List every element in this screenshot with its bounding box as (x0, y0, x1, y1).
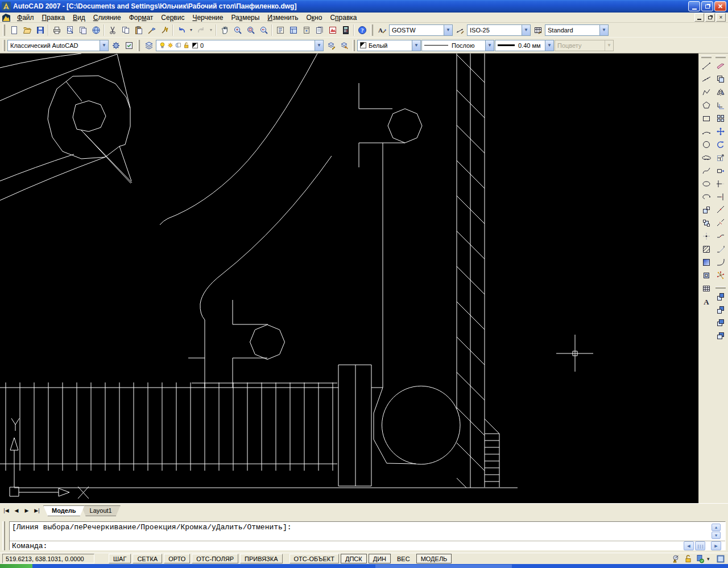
region-button[interactable] (700, 269, 713, 282)
line-button[interactable] (700, 59, 713, 72)
chevron-down-icon[interactable]: ▼ (315, 40, 323, 51)
associated-standards-icon[interactable] (695, 554, 705, 564)
explode-button[interactable] (714, 269, 727, 282)
command-text-area[interactable]: [Линия выбора/пеРечеркивание/Проекция/Кр… (9, 521, 726, 550)
offset-button[interactable] (714, 98, 727, 112)
next-tab-button[interactable]: ▶ (22, 505, 32, 516)
menu-9[interactable]: Изменить (263, 13, 302, 22)
color-combo[interactable]: Белый ▼ (357, 40, 421, 51)
ellipse-button[interactable] (700, 177, 713, 190)
minimize-button[interactable] (688, 1, 700, 11)
toggle-отс-объект[interactable]: ОТС-ОБЪЕКТ (289, 554, 339, 563)
cut-button[interactable] (106, 24, 119, 36)
undo-arrow[interactable]: ▾ (188, 24, 195, 36)
insert-block-button[interactable] (700, 203, 713, 216)
copy-object-button[interactable] (714, 72, 727, 85)
break-at-point-button[interactable] (714, 203, 727, 216)
model-canvas[interactable] (0, 53, 698, 503)
mdi-minimize-button[interactable] (694, 13, 704, 22)
menu-11[interactable]: Справка (326, 13, 361, 22)
command-prompt[interactable]: Команда: (12, 542, 682, 550)
scale-button[interactable] (714, 151, 727, 164)
designcenter-button[interactable] (287, 24, 300, 36)
dwg-file-icon[interactable] (2, 13, 11, 22)
markup-set-manager-button[interactable] (326, 24, 339, 36)
fillet-button[interactable] (714, 256, 727, 269)
menu-6[interactable]: Сервис (157, 13, 188, 22)
sheet-set-manager-button[interactable] (313, 24, 326, 36)
tool-palettes-button[interactable] (300, 24, 313, 36)
command-scroll-right-button[interactable]: ▶ (711, 541, 721, 550)
publish-button[interactable] (76, 24, 89, 36)
block-editor-button[interactable] (158, 24, 171, 36)
undo-button[interactable] (175, 24, 188, 36)
chevron-down-icon[interactable]: ▼ (545, 40, 553, 51)
text-style-button[interactable]: A (375, 24, 388, 36)
array-button[interactable] (714, 112, 727, 125)
plot-button[interactable] (50, 24, 63, 36)
tray-arrow[interactable]: ▾ (707, 556, 714, 562)
prev-tab-button[interactable]: ◀ (11, 505, 22, 516)
command-splitter-button[interactable]: ||| (695, 541, 705, 550)
construction-line-button[interactable] (700, 72, 713, 85)
toolbar-grip[interactable] (371, 24, 373, 36)
toggle-модель[interactable]: МОДЕЛЬ (416, 554, 452, 563)
tab-модель[interactable]: Модель (43, 505, 85, 516)
mdi-close-button[interactable]: × (716, 13, 726, 22)
bring-to-front-button[interactable] (714, 290, 727, 303)
table-button[interactable] (700, 282, 713, 295)
pan-button[interactable] (218, 24, 231, 36)
chevron-down-icon[interactable]: ▼ (444, 25, 452, 35)
polygon-button[interactable] (700, 98, 713, 112)
zoom-previous-button[interactable] (257, 24, 270, 36)
toolbar-grip[interactable] (3, 40, 5, 51)
toggle-дпск[interactable]: ДПСК (341, 554, 367, 563)
menu-1[interactable]: Файл (13, 13, 38, 22)
table-style-button[interactable] (531, 24, 544, 36)
toolbar-grip[interactable] (353, 40, 355, 51)
redo-button[interactable] (195, 24, 208, 36)
send-to-back-button[interactable] (714, 303, 727, 316)
menu-4[interactable]: Слияние (89, 13, 125, 22)
spline-button[interactable] (700, 164, 713, 177)
break-button[interactable] (714, 216, 727, 229)
send-under-objects-button[interactable] (714, 329, 727, 342)
move-button[interactable] (714, 125, 727, 138)
dim-style-combo[interactable]: ISO-25 ▼ (467, 24, 531, 36)
save-button[interactable] (34, 24, 47, 36)
stretch-button[interactable] (714, 164, 727, 177)
first-tab-button[interactable]: |◀ (1, 505, 11, 516)
chevron-down-icon[interactable]: ▼ (599, 25, 608, 35)
linetype-combo[interactable]: Послою ▼ (421, 40, 494, 51)
menu-8[interactable]: Размеры (227, 13, 263, 22)
paste-button[interactable] (132, 24, 145, 36)
rotate-button[interactable] (714, 138, 727, 151)
zoom-window-button[interactable] (244, 24, 257, 36)
rectangle-button[interactable] (700, 112, 713, 125)
toggle-шаг[interactable]: ШАГ (109, 554, 131, 563)
toolbar-grip[interactable] (138, 40, 140, 51)
multiline-text-button[interactable]: A (700, 295, 713, 308)
table-style-combo[interactable]: Standard ▼ (545, 24, 609, 36)
menu-3[interactable]: Вид (69, 13, 89, 22)
toggle-вес[interactable]: ВЕС (392, 554, 415, 563)
toggle-орто[interactable]: ОРТО (164, 554, 190, 563)
redo-arrow[interactable]: ▾ (208, 24, 214, 36)
menu-7[interactable]: Черчение (188, 13, 227, 22)
restore-button[interactable] (701, 1, 713, 11)
toggle-привязка[interactable]: ПРИВЯЗКА (240, 554, 282, 563)
erase-button[interactable] (714, 59, 727, 72)
lineweight-combo[interactable]: 0.40 мм ▼ (495, 40, 554, 51)
command-scroll-up-button[interactable]: ▲ (712, 524, 721, 531)
polyline-button[interactable] (700, 85, 713, 98)
toolbar-grip[interactable] (715, 56, 726, 57)
menu-10[interactable]: Окно (303, 13, 326, 22)
workspace-settings-button[interactable] (109, 39, 122, 52)
properties-button[interactable] (274, 24, 287, 36)
command-scroll-left-button[interactable]: ◀ (684, 541, 694, 550)
new-button[interactable] (7, 24, 20, 36)
arc-button[interactable] (700, 125, 713, 138)
ellipse-arc-button[interactable] (700, 190, 713, 203)
chevron-down-icon[interactable]: ▼ (412, 40, 420, 51)
command-scroll-down-button[interactable]: ▼ (712, 532, 721, 539)
